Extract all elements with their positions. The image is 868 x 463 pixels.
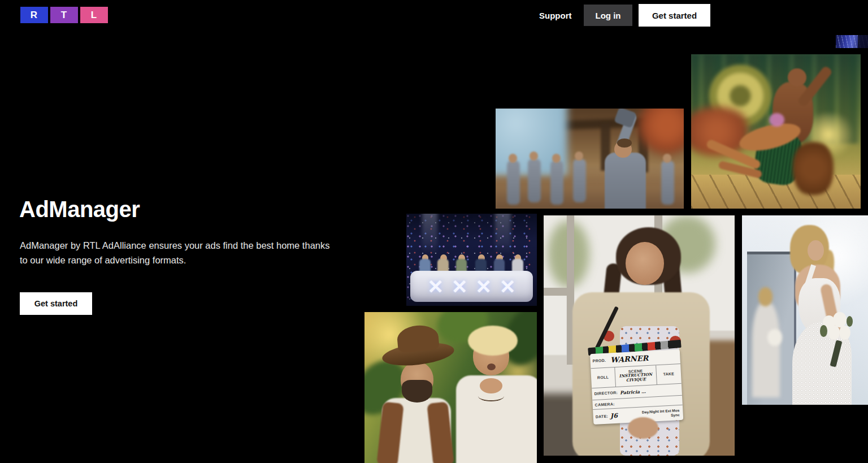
x-buzzer-marks: ✕✕✕✕ — [420, 275, 524, 298]
judges-desk: ✕✕✕✕ — [410, 271, 533, 302]
photo-stage-fragment — [836, 35, 868, 48]
photo-shape — [530, 152, 538, 161]
photo-shape — [544, 288, 574, 296]
photo-shape — [478, 391, 504, 401]
photo-talent-show-judges: ✕✕✕✕ — [406, 214, 537, 306]
photo-shape — [663, 154, 671, 163]
clap-roll-label: ROLL — [597, 375, 609, 380]
clap-director-value: Patricia … — [619, 388, 645, 395]
photo-shape — [847, 316, 853, 327]
photo-shape — [422, 214, 438, 255]
hero-description: AdManager by RTL AdAlliance ensures your… — [20, 239, 336, 267]
login-button[interactable]: Log in — [584, 5, 632, 26]
background-figure — [573, 159, 586, 203]
bouquet — [820, 312, 853, 344]
hero-get-started-button[interactable]: Get started — [20, 292, 92, 315]
photo-shape: Sync — [670, 413, 679, 417]
photo-girl-clapperboard: PROD. WARNER ROLL SCENE INSTRUCTION CIVI… — [544, 215, 735, 456]
rtl-logo-letter-l: L — [80, 7, 108, 23]
photo-shape — [858, 35, 868, 48]
photo-shape — [626, 242, 664, 285]
photo-shape — [496, 175, 684, 209]
photo-shape — [487, 364, 496, 370]
clap-prod-label: PROD. — [592, 358, 606, 362]
background-figure — [507, 161, 520, 205]
clap-take-label: TAKE — [663, 372, 674, 377]
clap-camera-label: CAMERA: — [594, 402, 614, 407]
photo-shape — [788, 68, 806, 87]
photo-shape: ROLL — [591, 367, 616, 388]
photo-shape — [820, 325, 827, 337]
photo-shape — [605, 153, 646, 209]
girl-hand — [628, 417, 658, 439]
photo-shape: DATE: J6 — [595, 412, 618, 421]
photo-shape — [808, 240, 824, 261]
admanager-landing-page: { "page": { "background_color": "#000000… — [0, 0, 868, 463]
nav-support-link[interactable]: Support — [539, 11, 572, 20]
nav-get-started-button[interactable]: Get started — [639, 4, 710, 27]
clap-date-label: DATE: — [595, 414, 608, 419]
photo-shape — [793, 141, 834, 196]
photo-shape — [752, 302, 780, 397]
photo-shape: TAKE — [656, 364, 682, 384]
photo-shape — [758, 287, 772, 306]
clap-director-label: DIRECTOR: — [594, 391, 618, 396]
photo-dance-show — [691, 54, 861, 209]
photo-shape: SCENE INSTRUCTION CIVIQUE — [615, 365, 657, 387]
photo-shape — [552, 154, 561, 163]
rtl-logo-letter-t: T — [50, 7, 78, 23]
photo-shape — [509, 154, 517, 163]
background-figure — [661, 161, 674, 205]
photo-jungle-camp — [364, 312, 537, 463]
clap-date-value: J6 — [610, 412, 618, 420]
background-figure — [528, 159, 541, 203]
photo-martial-arts — [496, 109, 684, 209]
photo-shape — [769, 113, 784, 127]
clapperboard: PROD. WARNER ROLL SCENE INSTRUCTION CIVI… — [589, 348, 683, 425]
rtl-logo-letter-r: R — [20, 7, 48, 23]
background-figure — [550, 161, 563, 205]
page-title: AdManager — [19, 197, 140, 222]
photo-shape — [495, 214, 511, 255]
photo-shape — [839, 326, 850, 340]
photo-bride — [742, 215, 868, 405]
photo-shape — [828, 325, 840, 340]
clap-prod-value: WARNER — [610, 354, 648, 364]
rtl-logo[interactable]: R T L — [20, 7, 108, 23]
photo-shape: PROD. WARNER ROLL SCENE INSTRUCTION CIVI… — [589, 349, 683, 424]
photo-shape — [575, 152, 583, 161]
clap-scene-value: INSTRUCTION CIVIQUE — [615, 372, 656, 383]
